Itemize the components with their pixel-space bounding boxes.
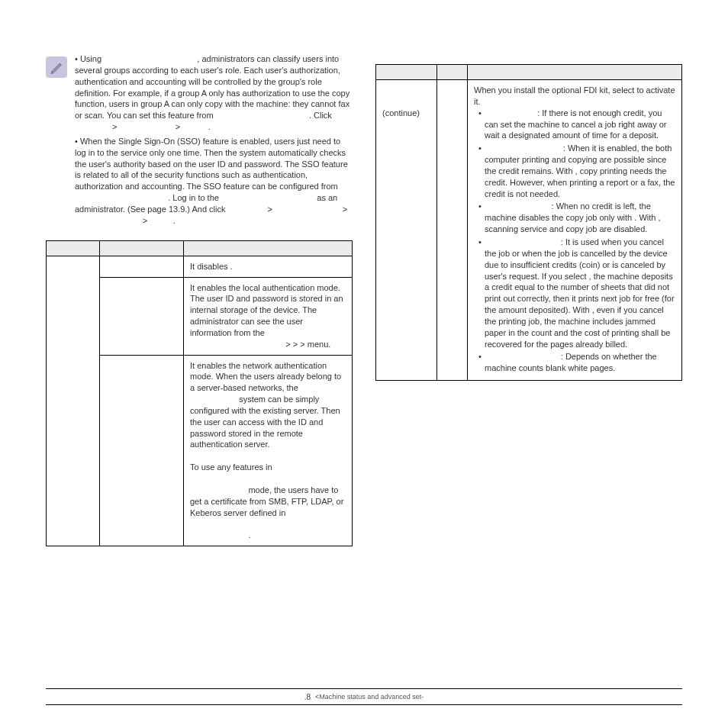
th-option: [376, 65, 437, 80]
cell-item: [100, 277, 184, 355]
note-p2d: >: [265, 205, 275, 214]
note-p2b: . Log in to the: [168, 193, 221, 202]
note-text: • Using , administrators can classify us…: [75, 53, 353, 230]
right-table: (continue) When you install the optional…: [375, 64, 682, 381]
note-p1f: .: [208, 122, 211, 131]
continue-label: (continue): [382, 108, 420, 118]
bullet-item: • : It is used when you cancel the job o…: [474, 237, 675, 350]
th-item: [437, 65, 468, 80]
bullet-text: : Depends on whether the machine counts …: [485, 352, 657, 372]
note-p2a: • When the Single Sign-On (SSO) feature …: [75, 137, 348, 191]
bullet-text: : If there is not enough credit, you can…: [485, 108, 666, 140]
cell-item: [437, 80, 468, 381]
cell-option: (continue): [376, 80, 437, 381]
desc-text: To use any features in: [190, 462, 272, 472]
cell-desc: It disables .: [184, 256, 353, 277]
th-option: [47, 240, 100, 256]
cell-item: [100, 355, 184, 546]
page-number: .8: [304, 693, 311, 701]
note-block: • Using , administrators can classify us…: [46, 53, 353, 230]
note-p2g: .: [173, 216, 176, 225]
note-p1d: >: [112, 122, 119, 131]
desc-text: It enables the network authentication mo…: [190, 361, 341, 393]
bullet-text: : When it is enabled, the both computer …: [485, 143, 675, 198]
table-row: It disables .: [47, 256, 353, 277]
desc-text: It enables the local authentication mode…: [190, 283, 343, 337]
cell-desc: It enables the local authentication mode…: [184, 277, 353, 355]
note-icon: [46, 56, 67, 78]
cell-option: [47, 256, 100, 546]
note-p1e: >: [176, 122, 182, 131]
cell-desc: When you install the optional FDI kit, s…: [468, 80, 682, 381]
cell-desc: It enables the network authentication mo…: [184, 355, 353, 546]
note-p1c: . Click: [309, 111, 332, 120]
note-p2f: >: [140, 216, 150, 225]
bullet-item: • : When it is enabled, the both compute…: [474, 143, 675, 199]
bullet-text: : When no credit is left, the machine di…: [485, 201, 661, 234]
footer: .8 <Machine status and advanced set-: [46, 688, 682, 705]
note-p1a: • Using: [75, 54, 104, 63]
desc-text: It disables .: [190, 262, 233, 271]
bullet-text: : It is used when you cancel the job or …: [485, 237, 675, 349]
bullet-item: • : Depends on whether the machine count…: [474, 351, 675, 374]
table-row: (continue) When you install the optional…: [376, 80, 682, 381]
cell-item: [100, 256, 184, 277]
page-title: <Machine status and advanced set-: [315, 693, 424, 701]
left-column: • Using , administrators can classify us…: [46, 53, 353, 546]
right-column: (continue) When you install the optional…: [375, 53, 682, 546]
th-desc: [468, 65, 682, 80]
table-header-row: [376, 65, 682, 80]
table-header-row: [47, 240, 353, 256]
desc-intro: When you install the optional FDI kit, s…: [474, 85, 675, 108]
bullet-item: • : When no credit is left, the machine …: [474, 201, 675, 235]
desc-text: mode, the users have to get a certificat…: [190, 485, 343, 517]
desc-text: system can be simply configured with the…: [190, 395, 340, 449]
left-table: It disables . It enables the local authe…: [46, 240, 353, 546]
bullet-item: • : If there is not enough credit, you c…: [474, 108, 675, 142]
th-item: [100, 240, 184, 256]
desc-path: > > > menu.: [285, 340, 330, 349]
th-desc: [184, 240, 353, 256]
note-p2e: >: [340, 205, 347, 214]
desc-text: .: [248, 530, 250, 540]
